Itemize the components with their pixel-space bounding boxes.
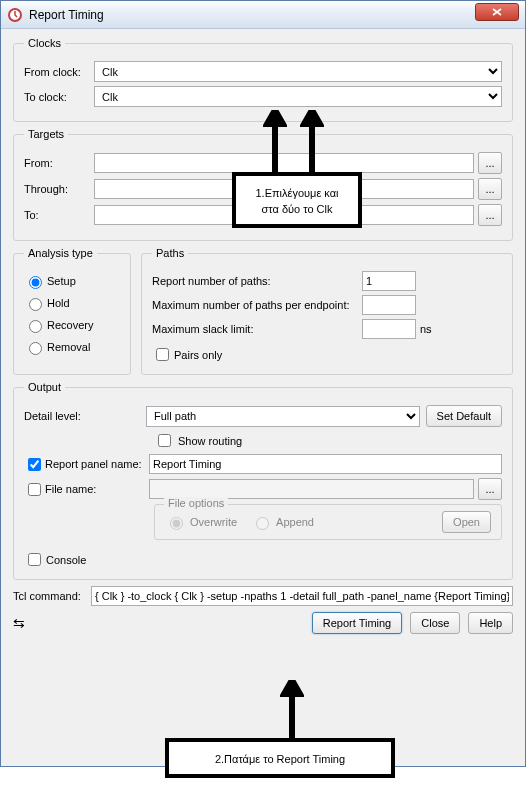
analysis-removal-label: Removal bbox=[47, 341, 90, 353]
tcl-command-input[interactable] bbox=[91, 586, 513, 606]
panel-name-label: Report panel name: bbox=[45, 458, 149, 470]
file-overwrite-radio bbox=[170, 517, 183, 530]
file-append-radio bbox=[256, 517, 269, 530]
help-button[interactable]: Help bbox=[468, 612, 513, 634]
targets-legend: Targets bbox=[24, 128, 68, 140]
paths-slack-input[interactable] bbox=[362, 319, 416, 339]
to-clock-label: To clock: bbox=[24, 91, 94, 103]
file-options-legend: File options bbox=[164, 497, 228, 509]
analysis-hold-label: Hold bbox=[47, 297, 70, 309]
paths-num-input[interactable] bbox=[362, 271, 416, 291]
file-name-checkbox[interactable] bbox=[28, 483, 41, 496]
show-routing-checkbox[interactable] bbox=[158, 434, 171, 447]
paths-slack-label: Maximum slack limit: bbox=[152, 323, 362, 335]
analysis-recovery-label: Recovery bbox=[47, 319, 93, 331]
panel-name-input[interactable] bbox=[149, 454, 502, 474]
console-label: Console bbox=[46, 554, 86, 566]
targets-from-label: From: bbox=[24, 157, 94, 169]
window-title: Report Timing bbox=[29, 8, 519, 22]
targets-to-label: To: bbox=[24, 209, 94, 221]
paths-legend: Paths bbox=[152, 247, 188, 259]
output-legend: Output bbox=[24, 381, 65, 393]
paths-maxep-input[interactable] bbox=[362, 295, 416, 315]
file-name-label: File name: bbox=[45, 483, 149, 495]
close-button[interactable]: Close bbox=[410, 612, 460, 634]
paths-num-label: Report number of paths: bbox=[152, 275, 362, 287]
to-clock-select[interactable]: Clk bbox=[94, 86, 502, 107]
app-icon bbox=[7, 7, 23, 23]
tcl-label: Tcl command: bbox=[13, 590, 91, 602]
file-options-group: Overwrite Append Open bbox=[154, 504, 502, 540]
file-append-label: Append bbox=[276, 516, 314, 528]
annotation-1: 1.Επιλέγουμε και στα δύο το Clk bbox=[232, 172, 362, 228]
paths-slack-unit: ns bbox=[420, 323, 432, 335]
file-name-browse[interactable]: ... bbox=[478, 478, 502, 500]
close-window-button[interactable] bbox=[475, 3, 519, 21]
file-overwrite-label: Overwrite bbox=[190, 516, 237, 528]
detail-level-label: Detail level: bbox=[24, 410, 146, 422]
pin-icon[interactable]: ⇆ bbox=[13, 615, 33, 631]
analysis-legend: Analysis type bbox=[24, 247, 97, 259]
report-timing-button[interactable]: Report Timing bbox=[312, 612, 402, 634]
analysis-hold-radio[interactable] bbox=[29, 298, 42, 311]
paths-maxep-label: Maximum number of paths per endpoint: bbox=[152, 299, 362, 311]
titlebar: Report Timing bbox=[1, 1, 525, 29]
console-checkbox[interactable] bbox=[28, 553, 41, 566]
targets-through-label: Through: bbox=[24, 183, 94, 195]
output-group: Output Detail level: Full path Set Defau… bbox=[13, 381, 513, 580]
targets-through-browse[interactable]: ... bbox=[478, 178, 502, 200]
analysis-group: Analysis type Setup Hold Recovery Remova… bbox=[13, 247, 131, 375]
annotation-1-arrow-left bbox=[263, 110, 287, 176]
set-default-button[interactable]: Set Default bbox=[426, 405, 502, 427]
analysis-setup-label: Setup bbox=[47, 275, 76, 287]
annotation-2: 2.Πατάμε το Report Timing bbox=[165, 738, 395, 778]
paths-group: Paths Report number of paths: Maximum nu… bbox=[141, 247, 513, 375]
analysis-removal-radio[interactable] bbox=[29, 342, 42, 355]
from-clock-select[interactable]: Clk bbox=[94, 61, 502, 82]
from-clock-label: From clock: bbox=[24, 66, 94, 78]
paths-pairs-label: Pairs only bbox=[174, 349, 222, 361]
close-icon bbox=[492, 8, 502, 16]
annotation-1-arrow-right bbox=[300, 110, 324, 176]
targets-from-browse[interactable]: ... bbox=[478, 152, 502, 174]
detail-level-select[interactable]: Full path bbox=[146, 406, 420, 427]
annotation-2-arrow bbox=[280, 680, 304, 740]
file-open-button: Open bbox=[442, 511, 491, 533]
targets-to-browse[interactable]: ... bbox=[478, 204, 502, 226]
clocks-legend: Clocks bbox=[24, 37, 65, 49]
file-name-input bbox=[149, 479, 474, 499]
paths-pairs-checkbox[interactable] bbox=[156, 348, 169, 361]
panel-name-checkbox[interactable] bbox=[28, 458, 41, 471]
show-routing-label: Show routing bbox=[178, 435, 242, 447]
analysis-setup-radio[interactable] bbox=[29, 276, 42, 289]
analysis-recovery-radio[interactable] bbox=[29, 320, 42, 333]
